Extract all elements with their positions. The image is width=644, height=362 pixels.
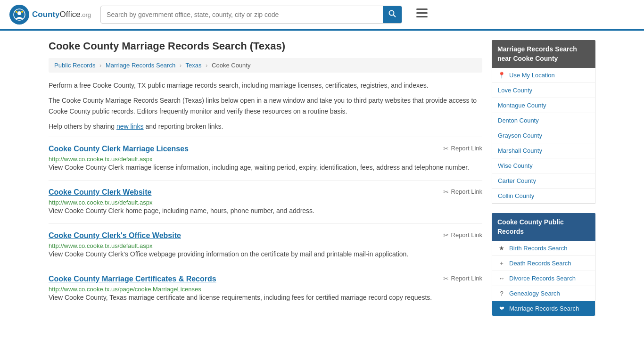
public-records-section: Cooke County Public Records ★ Birth Reco… bbox=[492, 213, 595, 316]
description-p2: The Cooke County Marriage Records Search… bbox=[49, 95, 482, 116]
pr-icon-0: ★ bbox=[498, 245, 505, 252]
pr-icon-3: ? bbox=[498, 290, 505, 297]
county-item-2[interactable]: Denton County bbox=[492, 113, 595, 128]
breadcrumb-sep-1: › bbox=[99, 62, 101, 69]
desc-p3-post: and reporting broken links. bbox=[144, 123, 223, 130]
county-item-1[interactable]: Montague County bbox=[492, 98, 595, 113]
public-records-list: ★ Birth Records Search + Death Records S… bbox=[492, 241, 595, 316]
logo-text: CountyOffice.org bbox=[32, 10, 91, 19]
result-item-2: Cooke County Clerk's Office Website ✂ Re… bbox=[49, 223, 482, 267]
result-url-3[interactable]: http://www.co.cooke.tx.us/page/cooke.Mar… bbox=[49, 286, 201, 293]
logo-link[interactable]: CountyOffice.org bbox=[9, 5, 91, 25]
pr-link-1[interactable]: Death Records Search bbox=[509, 260, 571, 267]
county-item-5[interactable]: Wise County bbox=[492, 158, 595, 173]
desc-p3-pre: Help others by sharing bbox=[49, 123, 116, 130]
hamburger-button[interactable] bbox=[416, 8, 428, 21]
pr-icon-4: ❤ bbox=[498, 305, 505, 312]
breadcrumb-texas[interactable]: Texas bbox=[186, 62, 202, 69]
result-item-0: Cooke County Clerk Marriage Licenses ✂ R… bbox=[49, 137, 482, 180]
county-link-3[interactable]: Grayson County bbox=[498, 132, 542, 139]
report-link-0[interactable]: ✂ Report Link bbox=[443, 145, 482, 152]
public-records-heading: Cooke County Public Records bbox=[492, 213, 595, 241]
county-link-7[interactable]: Collin County bbox=[498, 192, 534, 199]
public-record-item-0[interactable]: ★ Birth Records Search bbox=[492, 241, 595, 256]
county-link-1[interactable]: Montague County bbox=[498, 102, 546, 109]
public-record-item-3[interactable]: ? Genealogy Search bbox=[492, 286, 595, 301]
result-title-3[interactable]: Cooke County Marriage Certificates & Rec… bbox=[49, 275, 216, 283]
result-url-1[interactable]: http://www.co.cooke.tx.us/default.aspx bbox=[49, 199, 152, 206]
result-title-1[interactable]: Cooke County Clerk Website bbox=[49, 188, 151, 197]
pr-link-3[interactable]: Genealogy Search bbox=[509, 290, 560, 297]
page-title: Cooke County Marriage Records Search (Te… bbox=[49, 40, 482, 52]
breadcrumb-current: Cooke County bbox=[212, 62, 250, 69]
report-label-0: Report Link bbox=[451, 145, 482, 152]
county-link-2[interactable]: Denton County bbox=[498, 117, 539, 124]
pr-link-2[interactable]: Divorce Records Search bbox=[509, 275, 576, 282]
svg-point-2 bbox=[16, 11, 17, 13]
main-container: Cooke County Marriage Records Search (Te… bbox=[39, 31, 605, 335]
nearby-counties-section: Marriage Records Search near Cooke Count… bbox=[492, 40, 595, 204]
result-url-2[interactable]: http://www.co.cooke.tx.us/default.aspx bbox=[49, 242, 152, 249]
pr-link-0[interactable]: Birth Records Search bbox=[509, 245, 568, 252]
svg-point-4 bbox=[389, 11, 394, 16]
report-link-3[interactable]: ✂ Report Link bbox=[443, 275, 482, 282]
search-input[interactable] bbox=[101, 7, 383, 22]
report-link-1[interactable]: ✂ Report Link bbox=[443, 188, 482, 196]
result-title-2[interactable]: Cooke County Clerk's Office Website bbox=[49, 231, 181, 240]
result-desc-3: View Cooke County, Texas marriage certif… bbox=[49, 293, 482, 303]
svg-point-1 bbox=[17, 11, 21, 15]
county-item-7[interactable]: Collin County bbox=[492, 189, 595, 203]
result-desc-2: View Cooke County Clerk's Office webpage… bbox=[49, 249, 482, 259]
breadcrumb: Public Records › Marriage Records Search… bbox=[49, 58, 482, 73]
svg-rect-7 bbox=[416, 12, 428, 14]
location-pin-icon: 📍 bbox=[498, 72, 505, 79]
new-links-link[interactable]: new links bbox=[116, 123, 144, 130]
nearby-list: 📍 Use My Location Love CountyMontague Co… bbox=[492, 68, 595, 204]
public-record-item-2[interactable]: ↔ Divorce Records Search bbox=[492, 271, 595, 286]
use-my-location[interactable]: 📍 Use My Location bbox=[492, 68, 595, 83]
breadcrumb-sep-3: › bbox=[206, 62, 207, 69]
pr-link-4[interactable]: Marriage Records Search bbox=[509, 305, 579, 312]
county-link-6[interactable]: Carter County bbox=[498, 177, 536, 184]
report-link-2[interactable]: ✂ Report Link bbox=[443, 231, 482, 239]
report-icon-1: ✂ bbox=[443, 188, 449, 196]
result-item-3: Cooke County Marriage Certificates & Rec… bbox=[49, 267, 482, 310]
svg-rect-8 bbox=[416, 16, 428, 17]
result-title-0[interactable]: Cooke County Clerk Marriage Licenses bbox=[49, 145, 189, 153]
svg-point-3 bbox=[21, 11, 23, 13]
results-list: Cooke County Clerk Marriage Licenses ✂ R… bbox=[49, 137, 482, 310]
description-p1: Perform a free Cooke County, TX public m… bbox=[49, 80, 482, 90]
public-record-item-4[interactable]: ❤ Marriage Records Search bbox=[492, 301, 595, 316]
svg-rect-6 bbox=[416, 8, 428, 10]
breadcrumb-marriage-records-search[interactable]: Marriage Records Search bbox=[106, 62, 175, 69]
search-button[interactable] bbox=[383, 6, 402, 23]
county-link-4[interactable]: Marshall County bbox=[498, 147, 542, 154]
county-item-4[interactable]: Marshall County bbox=[492, 143, 595, 158]
report-label-1: Report Link bbox=[451, 188, 482, 195]
svg-line-5 bbox=[394, 15, 396, 17]
pr-icon-1: + bbox=[498, 260, 505, 267]
breadcrumb-public-records[interactable]: Public Records bbox=[54, 62, 95, 69]
public-record-item-1[interactable]: + Death Records Search bbox=[492, 256, 595, 271]
use-location-link[interactable]: Use My Location bbox=[509, 72, 555, 79]
description-p3: Help others by sharing new links and rep… bbox=[49, 121, 482, 132]
county-item-0[interactable]: Love County bbox=[492, 83, 595, 98]
description-section: Perform a free Cooke County, TX public m… bbox=[49, 80, 482, 132]
county-link-5[interactable]: Wise County bbox=[498, 162, 533, 169]
pr-icon-2: ↔ bbox=[498, 275, 505, 282]
county-item-6[interactable]: Carter County bbox=[492, 173, 595, 189]
report-icon-0: ✂ bbox=[443, 145, 449, 152]
report-label-3: Report Link bbox=[451, 275, 482, 282]
sidebar: Marriage Records Search near Cooke Count… bbox=[492, 40, 595, 326]
result-url-0[interactable]: http://www.co.cooke.tx.us/default.aspx bbox=[49, 156, 152, 163]
result-desc-0: View Cooke County Clerk marriage license… bbox=[49, 163, 482, 173]
result-item-1: Cooke County Clerk Website ✂ Report Link… bbox=[49, 180, 482, 223]
county-link-0[interactable]: Love County bbox=[498, 87, 532, 94]
county-item-3[interactable]: Grayson County bbox=[492, 128, 595, 143]
report-icon-3: ✂ bbox=[443, 275, 449, 282]
breadcrumb-sep-2: › bbox=[180, 62, 182, 69]
result-desc-1: View Cooke County Clerk home page, inclu… bbox=[49, 206, 482, 216]
report-label-2: Report Link bbox=[451, 231, 482, 239]
nearby-heading: Marriage Records Search near Cooke Count… bbox=[492, 40, 595, 68]
public-records-items: ★ Birth Records Search + Death Records S… bbox=[492, 241, 595, 316]
